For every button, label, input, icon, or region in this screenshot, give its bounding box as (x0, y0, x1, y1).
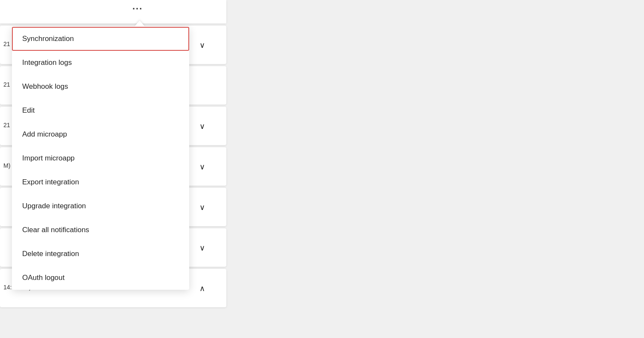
chevron-6[interactable]: ∧ (199, 284, 205, 293)
dropdown-menu: Synchronization Integration logs Webhook… (12, 27, 189, 290)
num-label-1: 21 (3, 41, 10, 47)
right-background (226, 0, 644, 338)
menu-item-edit[interactable]: Edit (12, 99, 189, 122)
menu-item-add-microapp[interactable]: Add microapp (12, 122, 189, 146)
menu-item-import-microapp[interactable]: Import microapp (12, 146, 189, 170)
menu-item-delete-integration[interactable]: Delete integration (12, 242, 189, 266)
num-label-4: M) (3, 162, 10, 169)
menu-item-upgrade-integration[interactable]: Upgrade integration (12, 194, 189, 218)
menu-item-export-integration[interactable]: Export integration (12, 170, 189, 194)
num-label-3: 21 (3, 122, 10, 128)
menu-item-integration-logs[interactable]: Integration logs (12, 51, 189, 75)
menu-item-clear-all-notifications[interactable]: Clear all notifications (12, 218, 189, 242)
top-panel: ··· (0, 0, 226, 23)
menu-item-webhook-logs[interactable]: Webhook logs (12, 75, 189, 99)
chevron-5[interactable]: ∨ (199, 243, 205, 253)
num-label-2: 21 (3, 81, 10, 88)
chevron-1[interactable]: ∨ (199, 41, 205, 50)
chevron-3[interactable]: ∨ (199, 162, 205, 172)
menu-item-synchronization[interactable]: Synchronization (12, 27, 189, 51)
menu-item-oauth-logout[interactable]: OAuth logout (12, 266, 189, 290)
chevron-4[interactable]: ∨ (199, 203, 205, 212)
dropdown-arrow (135, 20, 145, 26)
three-dots-menu[interactable]: ··· (132, 3, 143, 15)
chevron-2[interactable]: ∨ (199, 122, 205, 131)
